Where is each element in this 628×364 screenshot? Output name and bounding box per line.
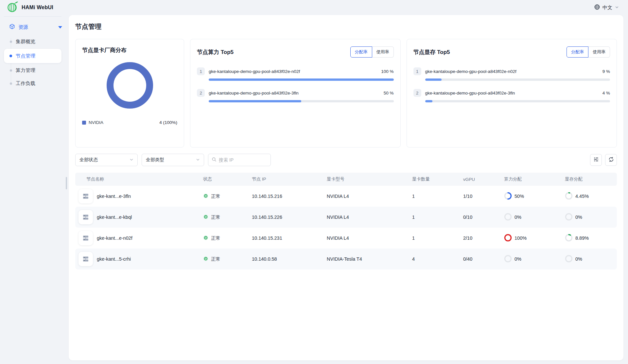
sidebar: 资源 集群概览节点管理算力管理工作负载 — [0, 15, 69, 90]
usage-rate-tab[interactable]: 使用率 — [588, 46, 610, 58]
rank-badge: 2 — [413, 89, 421, 97]
status-filter-select[interactable]: 全部状态 — [75, 154, 138, 166]
sidebar-item-link[interactable]: 算力管理 — [0, 64, 69, 77]
node-name: gke-kant...e-3fln — [97, 194, 131, 199]
top5-node-name: gke-kantaloupe-demo-gpu-pool-a843f02e-n0… — [425, 69, 599, 74]
node-ip: 10.140.15.226 — [252, 215, 327, 220]
table-row[interactable]: gke-kant...e-3fln正常10.140.15.216NVIDIA L… — [75, 186, 617, 207]
top5-node-name: gke-kantaloupe-demo-gpu-pool-a843f02e-3f… — [425, 91, 599, 95]
memory-alloc-ring-icon — [565, 213, 573, 222]
chevron-down-icon — [130, 157, 133, 163]
status-ok-icon — [203, 214, 208, 220]
memory-alloc-ring-icon — [565, 255, 573, 264]
ip-search-input[interactable] — [219, 157, 267, 163]
main-panel: 节点管理 节点显卡厂商分布 NVIDIA 4 (100%) — [69, 15, 623, 360]
compute-alloc-value: 0% — [515, 256, 521, 262]
table-row[interactable]: gke-kant...5-crhi正常10.140.0.58NVIDIA-Tes… — [75, 249, 617, 269]
vendor-legend: NVIDIA 4 (100%) — [82, 120, 177, 125]
table-row[interactable]: gke-kant...e-kbql正常10.140.15.226NVIDIA L… — [75, 207, 617, 228]
nav-dot-icon — [10, 41, 12, 43]
col-node-ip: 节点 IP — [252, 176, 327, 182]
top5-node-name: gke-kantaloupe-demo-gpu-pool-a843f02e-n0… — [209, 69, 377, 74]
sidebar-group-resources[interactable]: 资源 — [0, 20, 69, 34]
sidebar-item-label: 节点管理 — [16, 53, 35, 59]
top5-item: 2gke-kantaloupe-demo-gpu-pool-a843f02e-3… — [413, 89, 610, 102]
status-label: 正常 — [211, 193, 220, 199]
top5-progress-bar — [209, 78, 394, 81]
table-body: gke-kant...e-3fln正常10.140.15.216NVIDIA L… — [75, 186, 617, 269]
card-node-memory-top5: 节点显存 Top5 分配率 使用率 1gke-kantaloupe-demo-g… — [407, 39, 617, 147]
sidebar-collapse-handle[interactable] — [66, 177, 67, 189]
app-title: HAMi WebUI — [22, 5, 53, 10]
sidebar-submenu: 集群概览节点管理算力管理工作负载 — [0, 35, 69, 90]
col-status: 状态 — [203, 176, 252, 182]
rank-badge: 2 — [197, 89, 205, 97]
node-name: gke-kant...e-kbql — [97, 215, 132, 220]
compute-alloc-ring-icon — [504, 255, 512, 264]
compute-alloc-ring-icon — [504, 213, 512, 222]
top-bar: HAMi WebUI 中文 — [0, 0, 628, 15]
sidebar-item-label: 算力管理 — [16, 67, 35, 74]
summary-cards: 节点显卡厂商分布 NVIDIA 4 (100%) 节点算力 Top5 — [75, 39, 617, 147]
usage-rate-tab[interactable]: 使用率 — [372, 46, 394, 58]
status-ok-icon — [203, 235, 208, 241]
sidebar-item-link[interactable]: 工作负载 — [0, 77, 69, 90]
memory-top5-list: 1gke-kantaloupe-demo-gpu-pool-a843f02e-n… — [413, 67, 610, 102]
node-ip: 10.140.15.216 — [252, 194, 327, 199]
refresh-icon — [608, 157, 614, 164]
card-title: 节点算力 Top5 — [197, 48, 234, 56]
memory-alloc-value: 0% — [575, 256, 582, 262]
vendor-donut-chart — [82, 56, 177, 115]
allocation-rate-tab[interactable]: 分配率 — [567, 46, 588, 58]
legend-label: NVIDIA — [89, 120, 103, 125]
top5-progress-bar — [209, 100, 394, 102]
top5-progress-bar — [425, 78, 610, 81]
top5-node-name: gke-kantaloupe-demo-gpu-pool-a843f02e-3f… — [209, 91, 380, 95]
type-filter-select[interactable]: 全部类型 — [142, 154, 204, 166]
card-gpu-vendor-distribution: 节点显卡厂商分布 NVIDIA 4 (100%) — [75, 39, 184, 147]
memory-alloc-ring-icon — [565, 192, 573, 201]
column-settings-button[interactable] — [590, 154, 602, 166]
node-ip: 10.140.0.58 — [252, 256, 327, 262]
col-memory-alloc: 显存分配 — [565, 176, 617, 182]
legend-value: 4 (100%) — [159, 120, 177, 125]
sidebar-divider — [4, 16, 61, 17]
caret-down-icon — [58, 26, 62, 28]
sidebar-item-link[interactable]: 集群概览 — [0, 35, 69, 48]
col-compute-alloc: 算力分配 — [504, 176, 565, 182]
nodes-table: 节点名称 状态 节点 IP 显卡型号 显卡数量 vGPU 算力分配 显存分配 g… — [75, 173, 617, 269]
top5-progress-bar — [425, 100, 610, 102]
card-title: 节点显存 Top5 — [413, 48, 450, 56]
gpu-count: 4 — [412, 256, 463, 262]
status-ok-icon — [203, 256, 208, 262]
sidebar-group-label: 资源 — [18, 24, 28, 30]
brand: HAMi WebUI — [7, 1, 53, 14]
status-label: 正常 — [211, 235, 220, 241]
sidebar-item-label: 集群概览 — [16, 39, 35, 45]
col-gpu-count: 显卡数量 — [412, 176, 463, 182]
language-selector[interactable]: 中文 — [594, 4, 619, 11]
compute-alloc-value: 50% — [515, 194, 524, 199]
vgpu-value: 0/10 — [463, 215, 504, 220]
memory-rate-toggle: 分配率 使用率 — [567, 46, 610, 58]
top5-item: 1gke-kantaloupe-demo-gpu-pool-a843f02e-n… — [197, 67, 394, 81]
gpu-model: NVIDIA L4 — [327, 215, 412, 220]
page-title: 节点管理 — [75, 22, 617, 31]
chevron-down-icon — [615, 5, 619, 10]
memory-alloc-value: 4.45% — [575, 194, 589, 199]
vgpu-value: 2/10 — [463, 235, 504, 241]
col-gpu-model: 显卡型号 — [327, 176, 412, 182]
refresh-button[interactable] — [605, 154, 617, 166]
filter-bar: 全部状态 全部类型 — [75, 154, 617, 166]
memory-alloc-value: 0% — [575, 215, 582, 220]
compute-rate-toggle: 分配率 使用率 — [350, 46, 394, 58]
status-label: 正常 — [211, 214, 220, 220]
node-ip: 10.140.15.231 — [252, 235, 327, 241]
table-row[interactable]: gke-kant...e-n02f正常10.140.15.231NVIDIA L… — [75, 228, 617, 249]
allocation-rate-tab[interactable]: 分配率 — [350, 46, 372, 58]
sidebar-item-active[interactable]: 节点管理 — [4, 49, 61, 63]
rank-badge: 1 — [413, 67, 421, 75]
nav-dot-icon — [10, 82, 12, 85]
card-title: 节点显卡厂商分布 — [82, 46, 177, 54]
vgpu-value: 0/40 — [463, 256, 504, 262]
